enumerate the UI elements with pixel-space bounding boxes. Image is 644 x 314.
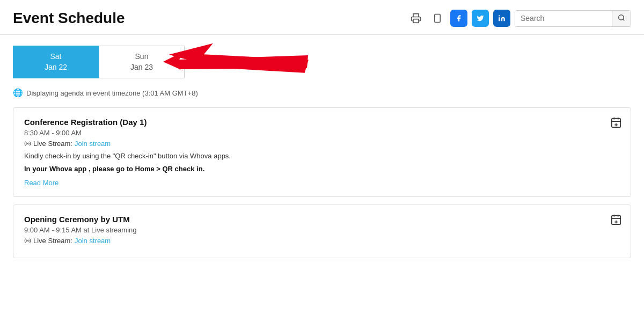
search-container [515, 10, 631, 27]
event-2-stream-label: Live Stream: [33, 237, 72, 245]
sun-day-name: Sun [121, 52, 163, 62]
event-card-1: Conference Registration (Day 1) 8:30 AM … [13, 107, 631, 197]
calendar-add-icon-1 [610, 116, 622, 128]
linkedin-button[interactable] [493, 10, 510, 27]
linkedin-icon [498, 14, 506, 22]
date-tab-group: Sat Jan 22 Sun Jan 23 [13, 46, 631, 78]
print-button[interactable] [407, 10, 425, 27]
sun-day-date: Jan 23 [121, 62, 163, 73]
print-icon [411, 13, 421, 24]
mobile-button[interactable] [429, 10, 446, 27]
timezone-text: Displaying agenda in event timezone (3:0… [26, 89, 198, 97]
event-1-calendar-add-button[interactable] [610, 116, 622, 131]
sat-day-name: Sat [35, 52, 77, 62]
event-1-stream: Live Stream: Join stream [24, 140, 620, 148]
event-2-calendar-add-button[interactable] [610, 214, 622, 228]
globe-icon: 🌐 [13, 88, 23, 98]
svg-point-16 [27, 240, 28, 241]
mobile-icon [433, 13, 442, 24]
svg-point-5 [619, 14, 624, 19]
facebook-button[interactable] [450, 10, 467, 27]
event-1-title: Conference Registration (Day 1) [24, 118, 620, 127]
livestream-icon-2 [24, 237, 31, 244]
event-1-stream-label: Live Stream: [33, 140, 72, 148]
twitter-button[interactable] [472, 10, 489, 27]
date-tab-sun[interactable]: Sun Jan 23 [99, 46, 185, 78]
svg-rect-3 [499, 17, 500, 21]
event-1-stream-link[interactable]: Join stream [75, 140, 111, 148]
event-2-title: Opening Ceremony by UTM [24, 215, 620, 224]
svg-rect-0 [413, 19, 419, 23]
timezone-info: 🌐 Displaying agenda in event timezone (3… [13, 88, 631, 98]
svg-marker-7 [168, 40, 309, 76]
svg-line-6 [623, 19, 625, 20]
livestream-icon-1 [24, 140, 31, 147]
search-input[interactable] [515, 11, 612, 26]
event-1-time: 8:30 AM - 9:00 AM [24, 129, 620, 137]
svg-point-4 [499, 15, 500, 16]
event-1-desc: Kindly check-in by using the "QR check-i… [24, 151, 620, 162]
event-2-time: 9:00 AM - 9:15 AM at Live streaming [24, 226, 620, 234]
event-2-stream: Live Stream: Join stream [24, 237, 620, 245]
event-1-read-more[interactable]: Read More [24, 179, 58, 187]
event-card-2: Opening Ceremony by UTM 9:00 AM - 9:15 A… [13, 205, 631, 258]
svg-point-9 [27, 143, 28, 144]
page-title: Event Schedule [13, 10, 125, 27]
header-actions [407, 10, 631, 27]
twitter-icon [477, 14, 484, 22]
svg-marker-8 [163, 51, 308, 71]
search-button[interactable] [612, 11, 631, 26]
event-2-stream-link[interactable]: Join stream [75, 237, 111, 245]
sat-day-date: Jan 22 [35, 62, 77, 73]
facebook-icon [455, 14, 463, 22]
red-arrow-annotation [163, 40, 319, 83]
date-tab-sat[interactable]: Sat Jan 22 [13, 46, 99, 78]
page-header: Event Schedule [0, 0, 644, 35]
event-1-desc-bold: In your Whova app , please go to Home > … [24, 165, 620, 173]
search-icon [618, 14, 625, 21]
calendar-add-icon-2 [610, 214, 622, 225]
main-content: Sat Jan 22 Sun Jan 23 🌐 Displaying agend… [0, 35, 644, 276]
